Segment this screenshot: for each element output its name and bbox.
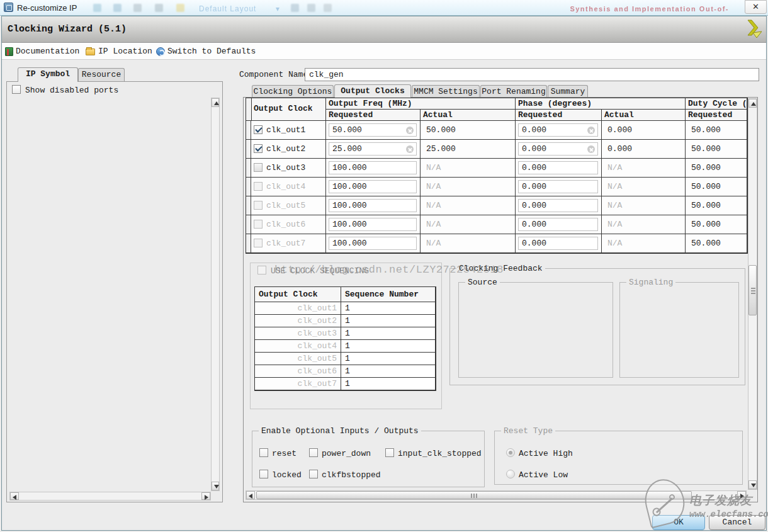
tab-resource[interactable]: Resource bbox=[78, 68, 125, 82]
phase-requested-field[interactable]: 0.000 bbox=[518, 142, 598, 156]
checkbox-label: clkfbstopped bbox=[322, 470, 381, 480]
freq-requested-field[interactable]: 100.000 bbox=[329, 218, 417, 231]
elecfans-watermark: 电子发烧友 www.elecfans.com bbox=[631, 487, 767, 531]
clear-icon[interactable] bbox=[587, 127, 595, 134]
ghost-toolbar-icon bbox=[176, 4, 184, 12]
switch-to-defaults-link[interactable]: Switch to Defaults bbox=[167, 47, 256, 56]
ghost-toolbar-icon bbox=[133, 4, 142, 12]
seq-row: clk_out31 bbox=[255, 327, 436, 340]
checkbox-label: locked bbox=[272, 470, 302, 480]
ghost-toolbar-icon bbox=[307, 4, 315, 12]
sequence-number-field[interactable]: 1 bbox=[341, 340, 436, 353]
show-disabled-ports-checkbox[interactable] bbox=[12, 85, 21, 94]
freq-actual-value: N/A bbox=[426, 182, 441, 191]
right-vertical-scrollbar[interactable] bbox=[748, 98, 757, 490]
col-phase: Phase (degrees) bbox=[516, 98, 686, 110]
documentation-icon bbox=[5, 47, 13, 56]
ghost-toolbar-icon bbox=[113, 4, 121, 12]
col-phase-requested: Requested bbox=[516, 110, 602, 121]
table-row: clk_out5 100.000 N/A 0.000 N/A 50.000 bbox=[246, 196, 747, 215]
phase-actual-value: N/A bbox=[607, 220, 622, 229]
output-clock-name: clk_out4 bbox=[266, 182, 305, 191]
clear-icon[interactable] bbox=[587, 145, 595, 153]
tab-ip-symbol[interactable]: IP Symbol bbox=[18, 67, 78, 82]
freq-requested-field[interactable]: 100.000 bbox=[329, 199, 417, 212]
elecfans-brand-url: www.elecfans.com bbox=[689, 509, 768, 519]
freq-actual-value: N/A bbox=[426, 163, 441, 173]
locked-checkbox[interactable] bbox=[259, 470, 268, 478]
phase-requested-field[interactable]: 0.000 bbox=[518, 161, 598, 174]
phase-actual-value: N/A bbox=[607, 239, 622, 248]
source-group: Source bbox=[458, 282, 613, 378]
clk-out3-enable-checkbox[interactable] bbox=[254, 163, 263, 172]
show-disabled-ports-label: Show disabled ports bbox=[25, 86, 118, 95]
phase-requested-field[interactable]: 0.000 bbox=[518, 123, 598, 137]
output-clocks-table: Output Clock Output Freq (MHz) Phase (de… bbox=[246, 98, 748, 254]
radio-active-high[interactable] bbox=[506, 448, 515, 457]
duty-requested-value: 50.000 bbox=[691, 125, 721, 135]
seq-row: clk_out41 bbox=[255, 340, 436, 353]
clk-out1-enable-checkbox[interactable] bbox=[254, 125, 263, 134]
left-horizontal-scrollbar[interactable] bbox=[9, 492, 211, 501]
table-row: clk_out6 100.000 N/A 0.000 N/A 50.000 bbox=[246, 215, 747, 234]
col-freq-actual: Actual bbox=[421, 110, 516, 121]
signaling-group: Signaling bbox=[619, 282, 739, 378]
clear-icon[interactable] bbox=[406, 127, 414, 134]
wizard-title: Clocking Wizard (5.1) bbox=[8, 24, 127, 35]
freq-requested-field[interactable]: 100.000 bbox=[329, 237, 417, 250]
table-row: clk_out7 100.000 N/A 0.000 N/A 50.000 bbox=[246, 234, 747, 253]
ip-location-link[interactable]: IP Location bbox=[98, 47, 152, 56]
documentation-link[interactable]: Documentation bbox=[16, 47, 79, 56]
ghost-toolbar-icon bbox=[324, 4, 332, 12]
clk-out7-enable-checkbox[interactable] bbox=[254, 239, 263, 247]
clk-out2-enable-checkbox[interactable] bbox=[254, 144, 263, 153]
phase-requested-field[interactable]: 0.000 bbox=[518, 237, 598, 250]
sequence-number-field[interactable]: 1 bbox=[341, 327, 436, 340]
phase-actual-value: N/A bbox=[607, 163, 622, 173]
checkbox-label: input_clk_stopped bbox=[398, 449, 482, 458]
ghost-toolbar-icon bbox=[155, 4, 163, 12]
seq-row: clk_out61 bbox=[255, 365, 436, 378]
optional-io-title: Enable Optional Inputs / Outputs bbox=[259, 426, 421, 436]
duty-requested-value: 50.000 bbox=[691, 144, 721, 154]
clear-icon[interactable] bbox=[406, 145, 414, 153]
duty-requested-value: 50.000 bbox=[691, 182, 721, 191]
window-title: Re-customize IP bbox=[17, 3, 77, 13]
window-icon bbox=[4, 3, 13, 12]
tab-output-clocks[interactable]: Output Clocks bbox=[334, 84, 411, 99]
seq-row: clk_out51 bbox=[255, 353, 436, 365]
ghost-caret-icon: ▾ bbox=[276, 4, 280, 13]
table-row: clk_out3 100.000 N/A 0.000 N/A 50.000 bbox=[246, 159, 747, 178]
phase-requested-field[interactable]: 0.000 bbox=[518, 199, 598, 212]
freq-requested-field[interactable]: 50.000 bbox=[329, 123, 417, 137]
power-down-checkbox[interactable] bbox=[309, 448, 318, 457]
sequence-number-field[interactable]: 1 bbox=[341, 365, 436, 378]
sequence-number-field[interactable]: 1 bbox=[341, 302, 436, 315]
freq-actual-value: N/A bbox=[426, 239, 441, 248]
col-output-clock: Output Clock bbox=[251, 98, 326, 121]
reset-checkbox[interactable] bbox=[259, 448, 268, 457]
freq-requested-field[interactable]: 100.000 bbox=[329, 180, 417, 193]
input-clk-stopped-checkbox[interactable] bbox=[385, 448, 394, 457]
seq-row: clk_out11 bbox=[255, 302, 436, 315]
phase-requested-field[interactable]: 0.000 bbox=[518, 218, 598, 231]
use-clock-sequencing-checkbox[interactable] bbox=[257, 266, 266, 274]
output-clock-name: clk_out7 bbox=[266, 239, 305, 248]
clk-out5-enable-checkbox[interactable] bbox=[254, 201, 263, 210]
left-vertical-scrollbar[interactable] bbox=[211, 98, 220, 491]
sequence-number-field[interactable]: 1 bbox=[341, 378, 436, 390]
table-row: clk_out4 100.000 N/A 0.000 N/A 50.000 bbox=[246, 178, 747, 196]
freq-requested-field[interactable]: 25.000 bbox=[329, 142, 417, 156]
sequence-number-field[interactable]: 1 bbox=[341, 315, 436, 327]
component-name-field[interactable]: clk_gen bbox=[305, 68, 759, 81]
close-icon[interactable]: ✕ bbox=[745, 0, 767, 14]
radio-active-low[interactable] bbox=[506, 470, 515, 478]
clkfbstopped-checkbox[interactable] bbox=[309, 470, 318, 478]
clk-out6-enable-checkbox[interactable] bbox=[254, 220, 263, 229]
radio-label: Active Low bbox=[519, 470, 568, 480]
freq-requested-field[interactable]: 100.000 bbox=[329, 161, 417, 174]
phase-requested-field[interactable]: 0.000 bbox=[518, 180, 598, 193]
clk-out4-enable-checkbox[interactable] bbox=[254, 182, 263, 191]
output-clock-name: clk_out2 bbox=[266, 144, 305, 154]
sequence-number-field[interactable]: 1 bbox=[341, 353, 436, 365]
